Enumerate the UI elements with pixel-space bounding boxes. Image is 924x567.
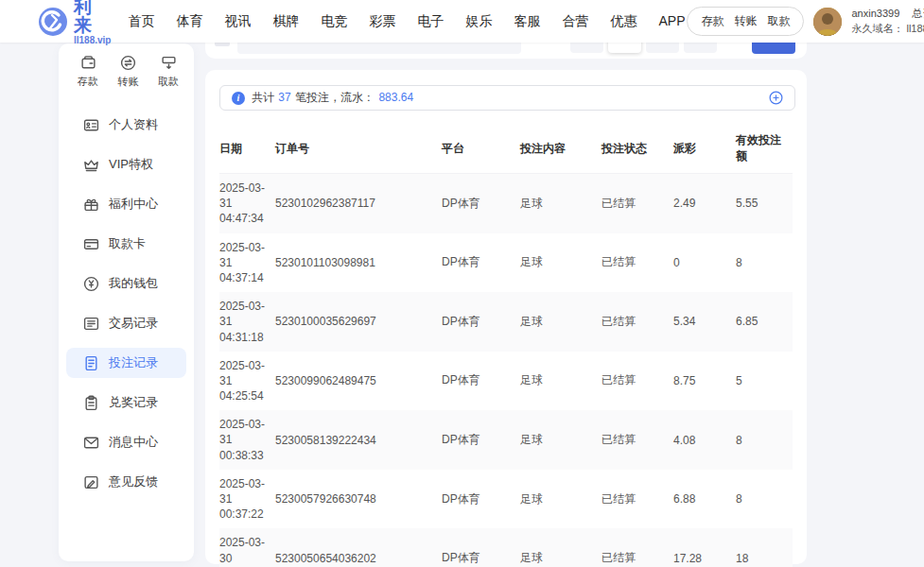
- nav-item[interactable]: 体育: [174, 9, 204, 34]
- cell-payout: 6.88: [673, 470, 736, 529]
- summary-text: 共计 37 笔投注，流水： 883.64: [252, 90, 414, 106]
- cell-bet-status: 已结算: [601, 292, 673, 352]
- deposit-icon: [80, 55, 96, 71]
- logo-title: 利 来: [74, 0, 111, 34]
- cell-date: 2025-03-31 04:37:14: [219, 233, 275, 293]
- perm-domain-label: 永久域名：: [851, 22, 903, 37]
- cell-platform: DP体育: [442, 410, 520, 470]
- cell-date: 2025-03-31 00:37:22: [219, 470, 275, 529]
- cell-date: 2025-03-31 04:31:18: [219, 292, 275, 352]
- top-header: 利 来 ll188.vip 首页 体育 视讯 棋牌 电竞 彩票 电子 娱乐 客服…: [0, 0, 924, 43]
- bet-count: 37: [278, 91, 290, 104]
- id-card-icon: [83, 117, 99, 133]
- feedback-icon: [83, 474, 99, 490]
- nav-item[interactable]: 优惠: [608, 9, 638, 34]
- user-info: anxin3399 总资产：1363.49元 永久域名： ll188.vip |…: [851, 7, 924, 37]
- bet-records-panel: i 共计 37 笔投注，流水： 883.64 日期 订单号: [205, 70, 807, 564]
- sidebar-item[interactable]: 取款卡: [66, 229, 186, 259]
- table-row[interactable]: 2025-03-31 04:37:14 5230101103098981 DP体…: [219, 233, 793, 293]
- cell-payout: 17.28: [673, 528, 736, 567]
- cell-date: 2025-03-31 04:47:34: [219, 174, 275, 233]
- sidebar-item[interactable]: 个人资料: [66, 110, 186, 140]
- nav-item[interactable]: 首页: [126, 9, 156, 34]
- sidebar-quick-action[interactable]: 取款: [158, 55, 179, 89]
- table-row[interactable]: 2025-03-30 23:56:58 5230050654036202 DP体…: [219, 528, 793, 567]
- cell-bet-status: 已结算: [601, 233, 673, 293]
- sidebar-quick-actions: 存款 转账 取款: [59, 55, 194, 89]
- column-header: 订单号: [275, 123, 442, 174]
- cell-order-number: 5230101103098981: [275, 233, 442, 293]
- column-header: 投注内容: [520, 123, 601, 174]
- table-row[interactable]: 2025-03-31 00:38:33 5230058139222434 DP体…: [219, 410, 793, 470]
- cell-bet-content: 足球: [520, 233, 601, 293]
- table-row[interactable]: 2025-03-31 04:25:54 5230099062489475 DP体…: [219, 352, 793, 411]
- wallet-quick-link[interactable]: 转账: [734, 13, 757, 29]
- wallet-quick-links: 存款 转账 取款: [687, 7, 804, 36]
- table-row[interactable]: 2025-03-31 04:47:34 5230102962387117 DP体…: [219, 174, 793, 233]
- cell-bet-content: 足球: [520, 410, 601, 470]
- sidebar-item[interactable]: 交易记录: [66, 308, 186, 338]
- site-logo[interactable]: 利 来 ll188.vip: [38, 0, 111, 45]
- nav-item[interactable]: 娱乐: [463, 9, 494, 34]
- nav-item[interactable]: 棋牌: [270, 9, 301, 34]
- nav-item[interactable]: 电竞: [319, 9, 349, 34]
- wallet-quick-link[interactable]: 取款: [767, 13, 790, 29]
- assets-label: 总资产：: [912, 8, 924, 19]
- nav-item[interactable]: 视讯: [222, 9, 253, 34]
- sidebar-quick-action[interactable]: 存款: [78, 55, 98, 89]
- sidebar-item[interactable]: 兑奖记录: [66, 387, 186, 418]
- column-header: 有效投注额: [736, 123, 793, 174]
- mail-icon: [83, 435, 99, 451]
- wallet-icon: [83, 276, 99, 292]
- bet-records-table: 日期 订单号 平台 投注内容 投注状态 派彩 有效投注额: [219, 123, 793, 567]
- withdraw-icon: [161, 55, 177, 71]
- column-header: 投注状态: [601, 123, 673, 174]
- cell-payout: 8.75: [673, 352, 736, 411]
- logo-domain: ll188.vip: [74, 36, 111, 45]
- nav-item[interactable]: 客服: [512, 9, 542, 34]
- cell-bet-content: 足球: [520, 528, 601, 567]
- sidebar-quick-action[interactable]: 转账: [118, 55, 139, 89]
- list-icon: [83, 316, 99, 332]
- clipboard-icon: [83, 395, 99, 411]
- cell-platform: DP体育: [442, 292, 520, 352]
- cell-platform: DP体育: [442, 174, 520, 233]
- cell-payout: 5.34: [673, 292, 736, 352]
- cell-date: 2025-03-31 00:38:33: [219, 410, 275, 470]
- cell-valid-amount: 5: [736, 352, 793, 411]
- sidebar-item[interactable]: 消息中心: [66, 427, 186, 457]
- nav-item[interactable]: APP: [656, 9, 687, 34]
- sidebar-item[interactable]: VIP特权: [66, 149, 186, 180]
- column-header: 日期: [219, 123, 275, 174]
- nav-item[interactable]: 彩票: [367, 9, 397, 34]
- sidebar-item[interactable]: 意见反馈: [66, 467, 186, 497]
- cell-bet-status: 已结算: [601, 410, 673, 470]
- sidebar-item[interactable]: 福利中心: [66, 189, 186, 219]
- cell-payout: 4.08: [673, 410, 736, 470]
- cell-order-number: 5230058139222434: [275, 410, 442, 470]
- nav-item[interactable]: 合营: [560, 9, 590, 34]
- cell-order-number: 5230050654036202: [275, 528, 442, 567]
- cell-platform: DP体育: [442, 470, 520, 529]
- cell-platform: DP体育: [442, 528, 520, 567]
- wallet-quick-link[interactable]: 存款: [701, 13, 724, 29]
- document-icon: [83, 355, 99, 371]
- nav-item[interactable]: 电子: [415, 9, 445, 34]
- crown-icon: [83, 157, 99, 173]
- header-right: 存款 转账 取款 anxin3399 总资产：1363.49元 永久域名： ll…: [687, 7, 924, 37]
- table-row[interactable]: 2025-03-31 04:31:18 5230100035629697 DP体…: [219, 292, 793, 352]
- cell-order-number: 5230057926630748: [275, 470, 442, 529]
- cell-bet-status: 已结算: [601, 470, 673, 529]
- sidebar-item[interactable]: 投注记录: [66, 348, 186, 378]
- table-row[interactable]: 2025-03-31 00:37:22 5230057926630748 DP体…: [219, 470, 793, 529]
- cell-bet-content: 足球: [520, 174, 601, 233]
- cell-bet-content: 足球: [520, 292, 601, 352]
- transfer-icon: [120, 55, 136, 71]
- sidebar-menu: 个人资料 VIP特权 福利中心 取款卡 我的钱包: [59, 110, 194, 497]
- sidebar: 存款 转账 取款 个人资料 VIP特权: [59, 43, 194, 561]
- summary-bar: i 共计 37 笔投注，流水： 883.64: [219, 85, 795, 111]
- sidebar-item[interactable]: 我的钱包: [66, 268, 186, 299]
- avatar[interactable]: [813, 8, 842, 36]
- cell-valid-amount: 8: [736, 233, 793, 293]
- expand-circle-plus-icon[interactable]: [769, 91, 783, 105]
